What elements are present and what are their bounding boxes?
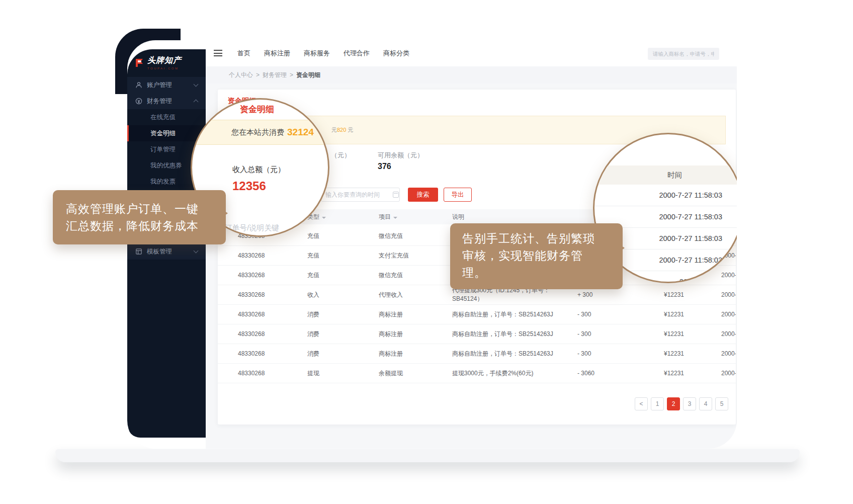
nav-tabs: 首页 商标注册 商标服务 代理合作 商标分类 [237,40,409,66]
table-row[interactable]: 48330268消费商标注册商标自助注册，订单号：SB2514263J- 300… [218,344,736,364]
table-row[interactable]: 48330268消费商标注册商标自助注册，订单号：SB2514263J- 300… [218,305,736,324]
magnified-time: 2000-7-27 11:58:03 [594,185,737,206]
magnified-keyword-placeholder: 订单号/说明关键 [224,223,279,233]
magnified-income-value: 12356 [232,179,266,193]
time-input[interactable] [321,188,400,202]
header-project[interactable]: 项目 [379,213,452,221]
tooltip-finance-efficiency: 高效管理账户订单、一键 汇总数据，降低财务成本 [53,190,226,244]
tooltip-arrow-right-icon [220,208,233,219]
breadcrumb-part[interactable]: 财务管理 [263,71,287,79]
page: 头牌知产 TOUPAI.COM 账户管理 财务管理 [0,0,853,504]
breadcrumb: 个人中心 > 财务管理 > 资金明细 [206,66,737,83]
magnified-banner: 您在本站共消费 32124 [192,120,329,145]
sidebar-item-funds-detail[interactable]: 资金明细 [127,125,206,141]
page-button-5[interactable]: 5 [715,397,728,410]
sidebar-item-templates[interactable]: 模板管理 [127,243,206,260]
tab-home[interactable]: 首页 [237,49,250,58]
sidebar-item-label: 资金明细 [150,129,176,138]
caret-down-icon [393,217,397,219]
sidebar-item-online-recharge[interactable]: 在线充值 [127,109,206,125]
breadcrumb-separator: > [256,71,260,78]
available-balance-label: 可用余额（元） [378,151,423,160]
export-button[interactable]: 导出 [444,188,472,202]
breadcrumb-separator: > [290,71,293,78]
search-input[interactable] [648,48,719,60]
table-row[interactable]: 48330268提现余额提现提现3000元，手续费2%(60元)- 3060¥1… [218,364,736,383]
sidebar-item-label: 在线充值 [150,113,176,122]
available-balance-value: 376 [378,162,391,171]
user-icon [135,81,142,89]
chevron-up-icon [194,100,199,105]
header-desc: 说明 [452,213,577,221]
sidebar-item-label: 我的发票 [150,178,176,186]
brand-logo[interactable]: 头牌知产 TOUPAI.COM [134,55,182,70]
chevron-down-icon [194,248,199,254]
tab-trademark-category[interactable]: 商标分类 [383,49,409,58]
sidebar-item-finance[interactable]: 财务管理 [127,93,206,109]
tooltip-smart-finance: 告别手工统计、告别繁琐 审核，实现智能财务管 理。 [450,223,623,289]
hamburger-icon[interactable] [214,50,222,56]
magnified-tab-fragment: 资金明细 [240,104,274,115]
sidebar-item-label: 模板管理 [147,247,172,256]
toupai-logo-icon [134,58,144,68]
search-button[interactable]: 搜索 [408,188,438,202]
page-button-1[interactable]: 1 [651,397,664,410]
sidebar-item-label: 账户管理 [147,81,172,90]
sidebar-item-account[interactable]: 账户管理 [127,77,206,93]
top-nav: 首页 商标注册 商标服务 代理合作 商标分类 [206,40,737,66]
finance-icon [135,98,142,105]
calendar-icon[interactable] [393,192,399,198]
laptop-base [55,449,800,462]
tab-trademark-register[interactable]: 商标注册 [264,49,290,58]
breadcrumb-part[interactable]: 个人中心 [229,71,253,79]
magnified-income-label: 收入总额（元） [232,165,285,175]
template-icon [135,248,142,255]
pagination: < 1 2 3 4 5 [635,397,728,410]
sidebar-item-label: 订单管理 [150,145,176,154]
header-type[interactable]: 类型 [307,213,379,221]
brand-subtitle: TOUPAI.COM [147,67,182,70]
tab-trademark-service[interactable]: 商标服务 [304,49,330,58]
breadcrumb-current: 资金明细 [296,71,320,79]
tooltip-arrow-right-icon [617,242,630,254]
banner-small-text: 元820 元 [331,126,353,134]
chevron-down-icon [194,82,199,87]
prev-page-button[interactable]: < [635,397,648,410]
laptop-screen: 头牌知产 TOUPAI.COM 账户管理 财务管理 [127,40,737,449]
sidebar-item-label: 我的优惠券 [150,161,182,170]
tab-agent-cooperation[interactable]: 代理合作 [344,49,370,58]
page-button-4[interactable]: 4 [699,397,712,410]
caret-down-icon [322,217,326,219]
page-button-3[interactable]: 3 [683,397,696,410]
page-button-2-active[interactable]: 2 [667,397,680,410]
partial-stat-label: （元） [331,151,351,160]
brand-name: 头牌知产 [147,55,182,66]
table-row[interactable]: 48330268消费商标注册商标自助注册，订单号：SB2514263J- 300… [218,324,736,344]
magnified-time-header: 时间 [594,165,737,185]
sidebar-item-label: 财务管理 [147,97,172,106]
